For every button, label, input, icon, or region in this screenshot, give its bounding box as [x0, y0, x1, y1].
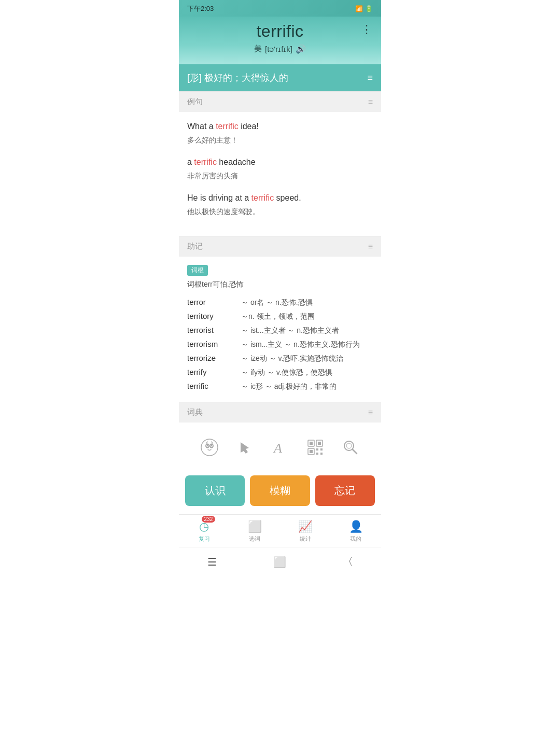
nav-choose[interactable]: ⬜ 选词 [230, 515, 281, 547]
root-word-0: terror [187, 298, 234, 306]
mnemonic-description: 词根terr可怕.恐怖 [187, 280, 373, 289]
word-phonetic: 美 [tə'rɪfɪk] 🔊 [187, 44, 373, 54]
root-row-1: territory ～n. 领土，领域，范围 [187, 309, 373, 323]
svg-point-5 [207, 445, 208, 446]
ex2-highlight: terrific [194, 158, 217, 166]
dictionary-icons-section: A [179, 423, 381, 470]
nav-stats-label: 统计 [300, 535, 311, 543]
mnemonic-section-header: 助记 ≡ [179, 236, 381, 257]
svg-rect-9 [310, 442, 313, 445]
svg-text:A: A [273, 441, 282, 456]
status-bar: 下午2:03 📶 🔋 [179, 0, 381, 17]
nav-mine-icon: 👤 [349, 520, 363, 533]
word-root-table: terror ～ or名 ～ n.恐怖.恐惧 territory ～n. 领土，… [187, 295, 373, 393]
root-row-4: terrorize ～ ize动 ～ v.恐吓.实施恐怖统治 [187, 351, 373, 365]
bottom-nav: ◷ 232 复习 ⬜ 选词 📈 统计 👤 我的 [179, 514, 381, 547]
dictionary-icons-row: A [187, 431, 373, 466]
action-buttons-row: 认识 模糊 忘记 [179, 470, 381, 514]
example-cn-3: 他以极快的速度驾驶。 [187, 206, 373, 217]
root-meaning-4: ～ ize动 ～ v.恐吓.实施恐怖统治 [234, 354, 373, 363]
svg-rect-11 [318, 442, 321, 445]
examples-title: 例句 [187, 97, 203, 107]
svg-line-20 [353, 449, 357, 454]
dict-search-icon[interactable] [338, 435, 363, 460]
root-row-0: terror ～ or名 ～ n.恐怖.恐惧 [187, 295, 373, 309]
svg-point-6 [211, 445, 212, 446]
root-meaning-0: ～ or名 ～ n.恐怖.恐惧 [234, 298, 373, 307]
examples-filter-icon[interactable]: ≡ [368, 97, 373, 107]
dictionary-filter-icon[interactable]: ≡ [368, 408, 373, 417]
root-word-4: terrorize [187, 354, 234, 362]
examples-content: What a terrific idea! 多么好的主意！ a terrific… [179, 112, 381, 236]
phonetic-label: 美 [254, 44, 262, 54]
svg-rect-13 [310, 450, 313, 453]
mnemonic-filter-icon[interactable]: ≡ [368, 242, 373, 251]
example-item-2: a terrific headache 非常厉害的头痛 [187, 156, 373, 181]
sys-home-button[interactable]: ⬜ [263, 554, 297, 570]
ex1-before: What a [187, 122, 216, 131]
root-row-3: terrorism ～ ism...主义 ～ n.恐怖主义.恐怖行为 [187, 337, 373, 351]
signal-icon: 📶 [355, 5, 363, 12]
svg-rect-17 [320, 453, 323, 455]
nav-review-icon: ◷ 232 [199, 520, 209, 533]
sys-menu-button[interactable]: ☰ [197, 554, 227, 570]
root-word-5: terrify [187, 368, 234, 376]
svg-rect-15 [320, 448, 323, 451]
status-time: 下午2:03 [187, 4, 214, 13]
phonetic-text: [tə'rɪfɪk] [265, 45, 292, 54]
root-word-3: terrorism [187, 340, 234, 348]
definition-filter-icon[interactable]: ≡ [367, 73, 373, 83]
word-header: ⋮ terrific 美 [tə'rɪfɪk] 🔊 [179, 17, 381, 64]
battery-icon: 🔋 [365, 5, 373, 12]
root-word-2: terrorist [187, 326, 234, 334]
example-item-3: He is driving at a terrific speed. 他以极快的… [187, 192, 373, 217]
example-en-2: a terrific headache [187, 156, 373, 168]
status-icons: 📶 🔋 [355, 5, 373, 12]
know-button[interactable]: 认识 [185, 475, 245, 506]
ex2-after: headache [217, 158, 256, 166]
vague-button[interactable]: 模糊 [250, 475, 310, 506]
svg-point-0 [201, 439, 218, 456]
root-meaning-6: ～ ic形 ～ adj.极好的，非常的 [234, 382, 373, 391]
root-meaning-1: ～n. 领土，领域，范围 [234, 312, 373, 321]
root-row-5: terrify ～ ify动 ～ v.使惊恐，使恐惧 [187, 365, 373, 379]
dict-font-icon[interactable]: A [268, 435, 292, 460]
nav-review[interactable]: ◷ 232 复习 [179, 515, 230, 547]
root-row-6: terrific ～ ic形 ～ adj.极好的，非常的 [187, 379, 373, 393]
nav-choose-icon: ⬜ [248, 520, 262, 533]
dictionary-title: 词典 [187, 407, 203, 417]
nav-mine[interactable]: 👤 我的 [331, 515, 382, 547]
mnemonic-title: 助记 [187, 242, 203, 251]
root-meaning-3: ～ ism...主义 ～ n.恐怖主义.恐怖行为 [234, 340, 373, 349]
definition-text: [形] 极好的；大得惊人的 [187, 72, 288, 84]
example-cn-2: 非常厉害的头痛 [187, 171, 373, 181]
dict-owl-icon[interactable] [197, 435, 222, 460]
root-word-1: territory [187, 312, 234, 320]
root-meaning-5: ～ ify动 ～ v.使惊恐，使恐惧 [234, 368, 373, 377]
review-badge: 232 [202, 516, 216, 523]
forget-button[interactable]: 忘记 [315, 475, 375, 506]
example-en-3: He is driving at a terrific speed. [187, 192, 373, 204]
examples-section-header: 例句 ≡ [179, 91, 381, 112]
more-button[interactable]: ⋮ [361, 23, 373, 36]
root-meaning-2: ～ ist...主义者 ～ n.恐怖主义者 [234, 326, 373, 335]
example-en-1: What a terrific idea! [187, 120, 373, 133]
dict-qr-icon[interactable] [303, 435, 328, 460]
root-word-6: terrific [187, 382, 234, 390]
sound-icon[interactable]: 🔊 [296, 44, 306, 54]
dictionary-section-header: 词典 ≡ [179, 402, 381, 423]
example-item-1: What a terrific idea! 多么好的主意！ [187, 120, 373, 146]
sys-back-button[interactable]: 〈 [332, 553, 363, 571]
nav-stats[interactable]: 📈 统计 [280, 515, 331, 547]
nav-choose-label: 选词 [249, 535, 260, 543]
svg-point-19 [346, 443, 352, 448]
nav-review-label: 复习 [199, 535, 210, 543]
system-nav-bar: ☰ ⬜ 〈 [179, 547, 381, 579]
mnemonic-content: 词根 词根terr可怕.恐怖 terror ～ or名 ～ n.恐怖.恐惧 te… [179, 257, 381, 402]
ex3-after: speed. [274, 193, 301, 202]
nav-stats-icon: 📈 [298, 520, 312, 533]
example-cn-1: 多么好的主意！ [187, 135, 373, 146]
word-title: terrific [187, 22, 373, 41]
ex2-before: a [187, 158, 194, 166]
dict-bing-icon[interactable] [232, 435, 257, 460]
